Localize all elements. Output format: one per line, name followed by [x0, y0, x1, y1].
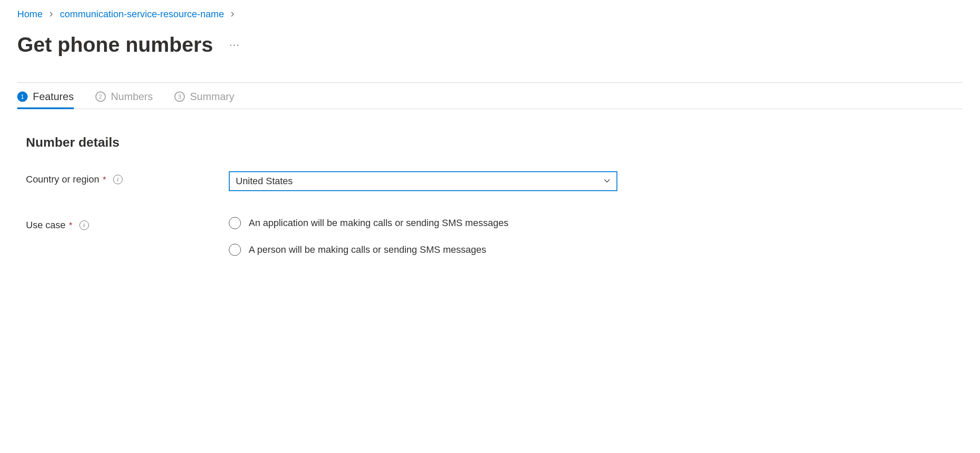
usecase-label: Use case * i	[26, 217, 229, 231]
usecase-radio-application[interactable]: An application will be making calls or s…	[229, 217, 617, 229]
radio-circle-icon	[229, 244, 241, 256]
tab-features[interactable]: 1 Features	[17, 91, 74, 109]
required-asterisk: *	[103, 175, 106, 185]
radio-label: A person will be making calls or sending…	[249, 244, 486, 255]
required-asterisk: *	[69, 220, 73, 230]
breadcrumb: Home communication-service-resource-name	[17, 9, 963, 20]
usecase-radio-person[interactable]: A person will be making calls or sending…	[229, 244, 617, 256]
wizard-tabs: 1 Features 2 Numbers 3 Summary	[17, 83, 963, 109]
tab-step-badge: 2	[95, 91, 106, 102]
breadcrumb-home-link[interactable]: Home	[17, 9, 43, 20]
section-title: Number details	[26, 135, 954, 150]
chevron-right-icon	[230, 10, 235, 19]
page-title: Get phone numbers	[17, 33, 213, 57]
chevron-down-icon	[604, 176, 610, 187]
country-row: Country or region * i United States	[26, 171, 954, 191]
usecase-row: Use case * i An application will be maki…	[26, 217, 954, 271]
info-icon[interactable]: i	[79, 220, 89, 230]
tab-label: Features	[33, 91, 74, 103]
tab-label: Summary	[190, 91, 234, 103]
info-icon[interactable]: i	[113, 175, 123, 184]
country-label-text: Country or region	[26, 174, 99, 185]
country-select[interactable]: United States	[229, 171, 617, 191]
tab-step-badge: 3	[174, 91, 185, 102]
chevron-right-icon	[49, 10, 54, 19]
number-details-section: Number details Country or region * i Uni…	[17, 109, 963, 305]
country-select-value: United States	[236, 176, 293, 187]
radio-circle-icon	[229, 217, 241, 229]
more-actions-button[interactable]: ···	[226, 38, 243, 52]
tab-summary[interactable]: 3 Summary	[174, 91, 234, 109]
tab-step-badge: 1	[17, 91, 28, 102]
page-header: Get phone numbers ···	[17, 33, 963, 57]
tab-label: Numbers	[111, 91, 153, 103]
radio-label: An application will be making calls or s…	[249, 217, 509, 229]
country-label: Country or region * i	[26, 171, 229, 185]
tab-numbers[interactable]: 2 Numbers	[95, 91, 153, 109]
breadcrumb-resource-link[interactable]: communication-service-resource-name	[60, 9, 224, 20]
usecase-label-text: Use case	[26, 220, 66, 231]
